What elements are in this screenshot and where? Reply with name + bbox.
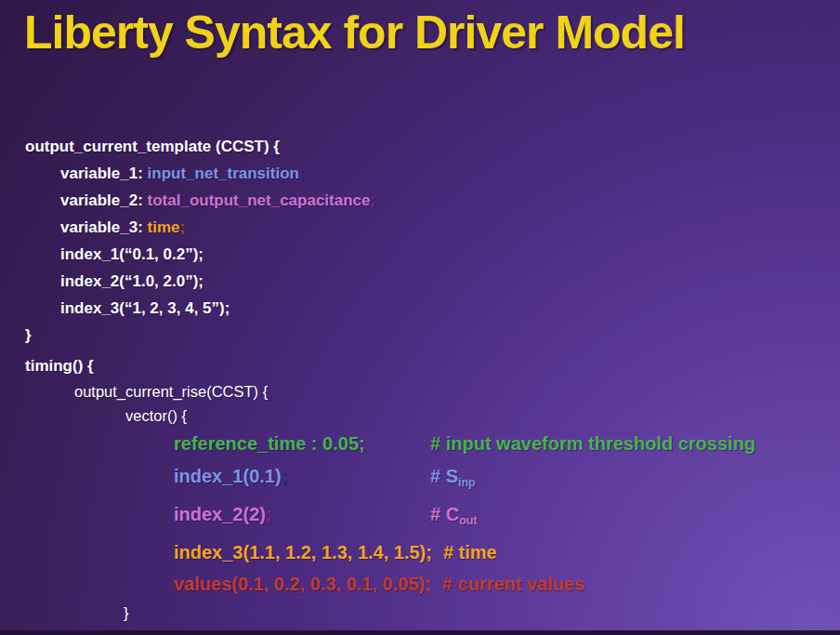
code-text: output_current_rise(CCST) { <box>74 379 268 403</box>
code-text: variable_1: input_net_transition; <box>60 160 305 187</box>
code-segment: ; <box>371 192 376 209</box>
code-block: output_current_template (CCST) {variable… <box>25 133 824 635</box>
code-segment: index_3(1.1, 1.2, 1.3, 1.4, 1.5); <box>174 542 432 562</box>
code-segment: ; <box>299 165 305 182</box>
code-text: index_1(“0.1, 0.2”); <box>60 241 203 268</box>
code-text: output_current_template (CCST) { <box>25 133 280 160</box>
code-line: index_1(0.1);# Sinp <box>174 460 824 498</box>
code-text: variable_2: total_output_net_capacitance… <box>60 187 375 214</box>
code-segment: timing() { <box>25 357 94 375</box>
bottom-edge-bar <box>0 630 840 635</box>
code-line: index_3(1.1, 1.2, 1.3, 1.4, 1.5);# time <box>174 536 824 569</box>
code-segment: # S <box>430 466 458 486</box>
code-text: vector() { <box>125 403 187 428</box>
code-line: vector() { <box>125 403 824 428</box>
code-subscript: out <box>459 513 477 526</box>
code-line: output_current_rise(CCST) { <box>74 379 824 403</box>
code-segment: } <box>25 326 32 344</box>
code-line: values(0.1, 0.2, 0.3, 0.1, 0.05);# curre… <box>174 568 824 601</box>
code-comment: # input waveform threshold crossing <box>430 433 755 454</box>
code-text: timing() { <box>25 352 94 379</box>
code-text: index_2(2); <box>174 498 430 531</box>
code-segment: variable_2: <box>60 192 148 209</box>
code-segment: # C <box>430 504 459 524</box>
code-segment: output_current_template (CCST) { <box>25 138 280 155</box>
code-segment: index_1(0.1) <box>174 466 282 486</box>
code-comment: # current values <box>431 574 584 594</box>
code-segment: variable_1: <box>60 165 148 182</box>
code-comment: # time <box>432 542 497 562</box>
code-segment: ; <box>180 218 186 236</box>
code-segment: # current values <box>442 574 584 594</box>
code-segment: reference_time : 0.05; <box>174 433 365 454</box>
code-text: } <box>124 601 129 625</box>
code-line: index_2(“1.0, 2.0”); <box>60 268 824 295</box>
code-line: } <box>124 601 824 625</box>
code-segment: time <box>148 218 180 236</box>
code-text: index_3(“1, 2, 3, 4, 5”); <box>60 295 230 322</box>
code-subscript: inp <box>458 475 476 488</box>
code-segment: input_net_transition <box>148 165 299 182</box>
code-line: index_1(“0.1, 0.2”); <box>60 241 824 268</box>
code-segment: output_current_rise(CCST) { <box>74 383 268 400</box>
code-segment: index_1(“0.1, 0.2”); <box>60 245 203 263</box>
code-segment: ; <box>282 466 288 486</box>
code-segment: ; <box>266 504 272 524</box>
code-segment: index_2(2) <box>174 504 266 524</box>
code-line: timing() { <box>25 352 824 379</box>
code-text: index_1(0.1); <box>174 460 430 493</box>
code-text: values(0.1, 0.2, 0.3, 0.1, 0.05); <box>174 568 431 601</box>
code-line: variable_2: total_output_net_capacitance… <box>60 187 824 214</box>
code-line: index_2(2);# Cout <box>174 498 824 536</box>
code-segment: total_output_net_capacitance <box>148 192 371 209</box>
slide-title: Liberty Syntax for Driver Model <box>24 6 685 60</box>
code-text: index_2(“1.0, 2.0”); <box>60 268 203 295</box>
code-line: index_3(“1, 2, 3, 4, 5”); <box>60 295 824 322</box>
slide: Liberty Syntax for Driver Model output_c… <box>0 0 840 635</box>
code-comment: # Sinp <box>430 466 476 486</box>
code-text: variable_3: time; <box>60 214 185 241</box>
code-line: } <box>25 322 824 349</box>
code-segment: index_2(“1.0, 2.0”); <box>60 272 203 290</box>
code-comment: # Cout <box>430 504 477 524</box>
code-text: index_3(1.1, 1.2, 1.3, 1.4, 1.5); <box>174 536 432 569</box>
code-text: } <box>25 322 32 349</box>
code-segment: index_3(“1, 2, 3, 4, 5”); <box>60 299 230 317</box>
code-segment: } <box>124 604 129 621</box>
code-line: reference_time : 0.05;# input waveform t… <box>174 428 824 460</box>
code-segment: values(0.1, 0.2, 0.3, 0.1, 0.05); <box>174 574 431 594</box>
code-text: reference_time : 0.05; <box>174 428 430 460</box>
code-segment: vector() { <box>125 407 187 424</box>
code-segment: # input waveform threshold crossing <box>430 433 755 454</box>
code-segment: # time <box>443 542 497 562</box>
code-line: output_current_template (CCST) { <box>25 133 824 160</box>
code-segment: variable_3: <box>60 218 148 236</box>
code-line: variable_1: input_net_transition; <box>60 160 824 187</box>
code-line: variable_3: time; <box>60 214 824 241</box>
